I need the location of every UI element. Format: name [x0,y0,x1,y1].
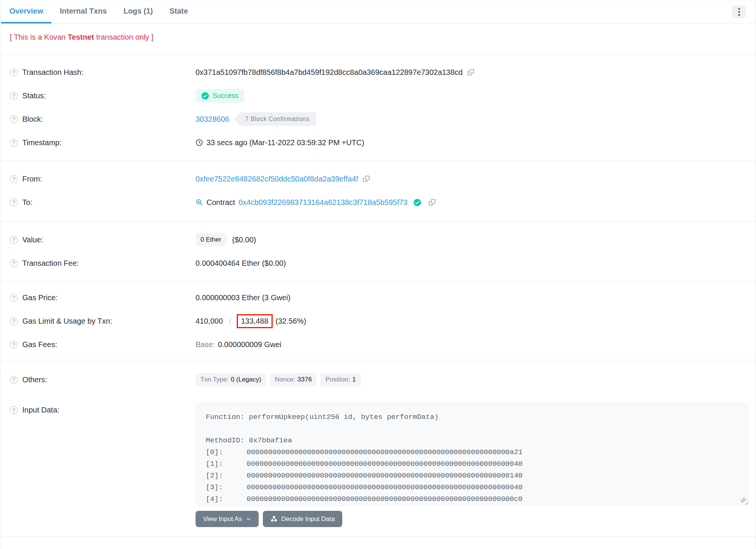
row-input-data: ? Input Data: Function: performUpkeep(ui… [10,391,746,527]
row-gas-fees: ? Gas Fees: Base: 0.000000009 Gwei [10,333,746,356]
transaction-hash-label: Transaction Hash: [22,68,84,77]
status-label: Status: [22,92,46,100]
tab-internal-txns[interactable]: Internal Txns [51,0,115,23]
input-data-box[interactable]: Function: performUpkeep(uint256 id, byte… [196,403,749,506]
row-gas-limit-usage: ? Gas Limit & Usage by Txn: 410,000 | 13… [10,309,746,333]
block-label: Block: [22,115,43,124]
copy-icon[interactable] [428,199,436,206]
decode-input-data-button[interactable]: Decode Input Data [263,511,343,527]
section-summary: ? Transaction Hash: 0x371a51097fb78df856… [0,54,756,161]
question-icon: ? [10,175,18,183]
question-icon: ? [10,139,18,147]
view-input-as-button[interactable]: View Input As [196,511,259,527]
question-icon: ? [10,317,18,325]
resize-handle-icon[interactable] [741,498,746,503]
row-value: ? Value: 0 Ether ($0.00) [10,228,746,251]
gas-limit-usage-label: Gas Limit & Usage by Txn: [22,317,112,326]
value-usd: ($0.00) [232,236,256,244]
tab-bar: Overview Internal Txns Logs (1) State [0,0,756,24]
others-label: Others: [22,375,47,384]
question-icon: ? [10,68,18,76]
question-icon: ? [10,199,18,206]
input-hex-line: [2]: 00000000000000000000000000000000000… [206,470,739,482]
value-label: Value: [22,236,43,244]
status-badge: Success [196,89,244,103]
transaction-details-page: Overview Internal Txns Logs (1) State [ … [0,0,756,549]
question-icon: ? [10,92,18,100]
section-gas: ? Gas Price: 0.000000003 Ether (3 Gwei) … [0,282,756,360]
block-confirmations-badge: 7 Block Confirmations [234,112,316,126]
from-address-link[interactable]: 0xfee7522e8482682cf50ddc50a0f8da2a39effa… [196,175,358,183]
row-transaction-hash: ? Transaction Hash: 0x371a51097fb78df856… [10,60,746,84]
chevron-down-icon [246,516,251,522]
gas-used-percent: (32.56%) [276,317,306,326]
section-value-fee: ? Value: 0 Ether ($0.00) ? Transaction F… [0,222,756,282]
verified-check-icon [413,199,421,206]
section-addresses: ? From: 0xfee7522e8482682cf50ddc50a0f8da… [0,161,756,222]
contract-word: Contract [206,198,235,207]
input-hex-line: [3]: 00000000000000000000000000000000000… [206,482,739,493]
question-icon: ? [10,341,18,349]
row-transaction-fee: ? Transaction Fee: 0.000400464 Ether ($0… [10,251,746,275]
gas-price-label: Gas Price: [22,293,57,302]
row-status: ? Status: Success [10,84,746,107]
gas-fees-base-value: 0.000000009 Gwei [218,340,281,349]
input-methodid-line: MethodID: 0x7bbaf1ea [206,435,739,447]
copy-icon[interactable] [467,68,475,76]
transaction-fee-value: 0.000400464 Ether ($0.00) [196,259,286,268]
row-gas-price: ? Gas Price: 0.000000003 Ether (3 Gwei) [10,286,746,309]
question-icon: ? [10,294,18,302]
question-icon: ? [10,406,18,414]
check-circle-icon [201,92,209,100]
separator: | [229,317,231,325]
to-label: To: [22,198,33,207]
position-badge: Position: 1 [320,373,361,386]
question-icon: ? [10,115,18,123]
input-hex-line: [1]: 00000000000000000000000000000000000… [206,458,739,470]
gas-used-value: 133,488 [241,317,268,325]
txn-type-badge: Txn Type: 0 (Legacy) [196,373,266,386]
input-hex-line: [4]: 00000000000000000000000000000000000… [206,493,739,505]
timestamp-label: Timestamp: [22,138,62,147]
input-function-line: Function: performUpkeep(uint256 id, byte… [206,411,739,423]
input-hex-line: [0]: 00000000000000000000000000000000000… [206,447,739,458]
annotation-highlight-box: 133,488 [237,314,272,328]
timestamp-value: 33 secs ago (Mar-11-2022 03:59:32 PM +UT… [206,138,364,147]
gas-fees-base-label: Base: [196,340,215,349]
section-others-input: ? Others: Txn Type: 0 (Legacy) Nonce: 33… [0,360,756,537]
question-icon: ? [10,236,18,244]
testnet-notice: [ This is a Kovan Testnet transaction on… [0,24,756,54]
transaction-hash-value: 0x371a51097fb78df856f8b4a7bd459f192d8cc8… [196,68,463,77]
zoom-in-icon[interactable] [196,199,203,206]
value-badge: 0 Ether [196,233,226,247]
tab-overview[interactable]: Overview [1,0,51,23]
footer-spacer [0,537,756,549]
row-block: ? Block: 30328606 7 Block Confirmations [10,107,746,131]
row-from: ? From: 0xfee7522e8482682cf50ddc50a0f8da… [10,167,746,191]
input-actions: View Input As Decode Input Data [196,511,749,527]
tab-logs[interactable]: Logs (1) [115,0,161,23]
from-label: From: [22,175,42,183]
gas-price-value: 0.000000003 Ether (3 Gwei) [196,293,290,302]
copy-icon[interactable] [363,175,370,183]
block-number-link[interactable]: 30328606 [196,115,229,124]
row-to: ? To: Contract 0x4cb093f226983713164a621… [10,191,746,214]
gas-limit-value: 410,000 [196,317,223,326]
gas-fees-label: Gas Fees: [22,340,57,349]
transaction-fee-label: Transaction Fee: [22,259,79,268]
input-data-label: Input Data: [22,406,59,414]
more-options-button[interactable] [732,5,746,18]
kebab-menu-icon [738,8,740,10]
clock-icon [196,139,203,146]
nonce-badge: Nonce: 3376 [270,373,317,386]
question-icon: ? [10,259,18,267]
row-others: ? Others: Txn Type: 0 (Legacy) Nonce: 33… [10,368,746,391]
tab-state[interactable]: State [161,0,196,23]
decode-icon [270,515,278,523]
to-address-link[interactable]: 0x4cb093f226983713164a62138c3f718a5b595f… [239,198,408,207]
question-icon: ? [10,376,18,384]
input-hex-line: [5]: 00000000000000000000000000000000000… [206,505,739,506]
row-timestamp: ? Timestamp: 33 secs ago (Mar-11-2022 03… [10,131,746,154]
